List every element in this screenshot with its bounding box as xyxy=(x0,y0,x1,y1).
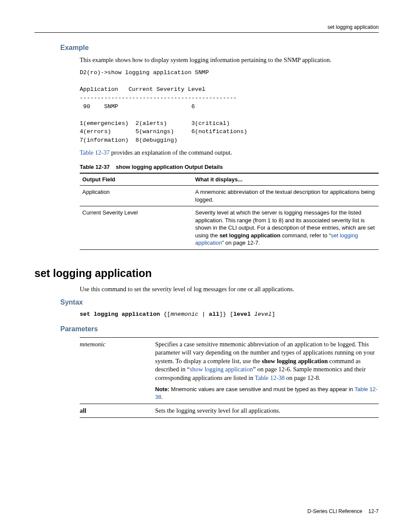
note-text: Mnemonic values are case sensitive and m… xyxy=(169,386,355,392)
table-number: Table 12-37 xyxy=(80,164,110,170)
syntax-punct: ]} [ xyxy=(219,311,233,317)
syntax-punct: ] xyxy=(272,311,275,317)
example-heading: Example xyxy=(60,43,379,53)
cell-text: ” on page 12-7. xyxy=(222,240,260,246)
table-header-field: Output Field xyxy=(80,173,193,186)
param-note: Note: Mnemonic values are case sensitive… xyxy=(155,385,379,404)
param-description: Specifies a case sensitive mnemonic abbr… xyxy=(155,337,379,385)
syntax-command: set logging application xyxy=(80,311,160,317)
page-footer: D-Series CLI Reference 12-7 xyxy=(34,508,379,515)
table-12-38-link[interactable]: Table 12-38 xyxy=(255,374,284,381)
table-header-displays: What it displays... xyxy=(193,173,379,186)
param-note-row: Note: Mnemonic values are case sensitive… xyxy=(80,385,379,404)
cell-output-field: Application xyxy=(80,186,193,206)
param-name: all xyxy=(80,404,155,418)
table-title: show logging application Output Details xyxy=(116,164,223,170)
param-description: Sets the logging severity level for all … xyxy=(155,404,379,418)
table-12-37: Output Field What it displays... Applica… xyxy=(80,173,379,250)
cell-bold: set logging application xyxy=(219,232,280,239)
table-12-37-link[interactable]: Table 12-37 xyxy=(80,149,109,156)
cell-description: A mnemonic abbreviation of the textual d… xyxy=(193,186,379,206)
syntax-keyword: level xyxy=(234,311,251,317)
example-intro: This example shows how to display system… xyxy=(80,56,379,65)
cell-description: Severity level at which the server is lo… xyxy=(193,206,379,250)
footer-doc-title: D-Series CLI Reference xyxy=(308,508,362,515)
syntax-line: set logging application {[mnemonic | all… xyxy=(80,311,379,318)
syntax-space xyxy=(251,311,254,317)
parameters-table: mnemonic Specifies a case sensitive mnem… xyxy=(80,337,379,418)
syntax-heading: Syntax xyxy=(60,298,379,307)
param-empty xyxy=(80,385,155,404)
command-title: set logging application xyxy=(34,266,379,281)
syntax-arg: level xyxy=(254,311,272,317)
syntax-punct: | xyxy=(198,311,209,317)
cell-text: command, refer to “ xyxy=(280,232,331,239)
param-text: on page 12-8. xyxy=(285,374,321,381)
param-bold: show logging application xyxy=(262,358,328,364)
running-header: set logging application xyxy=(34,24,379,33)
command-description: Use this command to set the severity lev… xyxy=(80,285,379,294)
param-row-mnemonic: mnemonic Specifies a case sensitive mnem… xyxy=(80,337,379,385)
show-logging-application-link[interactable]: show logging application xyxy=(190,366,253,373)
note-end: . xyxy=(161,394,163,400)
param-row-all: all Sets the logging severity level for … xyxy=(80,404,379,418)
cell-output-field: Current Severity Level xyxy=(80,206,193,250)
table-12-37-caption: Table 12-37show logging application Outp… xyxy=(80,163,379,171)
note-label: Note: xyxy=(155,386,169,392)
table-row: Application A mnemonic abbreviation of t… xyxy=(80,186,379,206)
parameters-heading: Parameters xyxy=(60,324,379,334)
syntax-arg: mnemonic xyxy=(171,311,199,317)
syntax-keyword: all xyxy=(209,311,219,317)
example-outro-text: provides an explanation of the command o… xyxy=(109,149,232,156)
param-name: mnemonic xyxy=(80,337,155,385)
table-row: Current Severity Level Severity level at… xyxy=(80,206,379,250)
syntax-punct: {[ xyxy=(160,311,170,317)
example-outro: Table 12-37 provides an explanation of t… xyxy=(80,149,379,157)
footer-page-number: 12-7 xyxy=(368,508,379,515)
example-cli-output: D2(ro)->show logging application SNMP Ap… xyxy=(80,68,379,144)
